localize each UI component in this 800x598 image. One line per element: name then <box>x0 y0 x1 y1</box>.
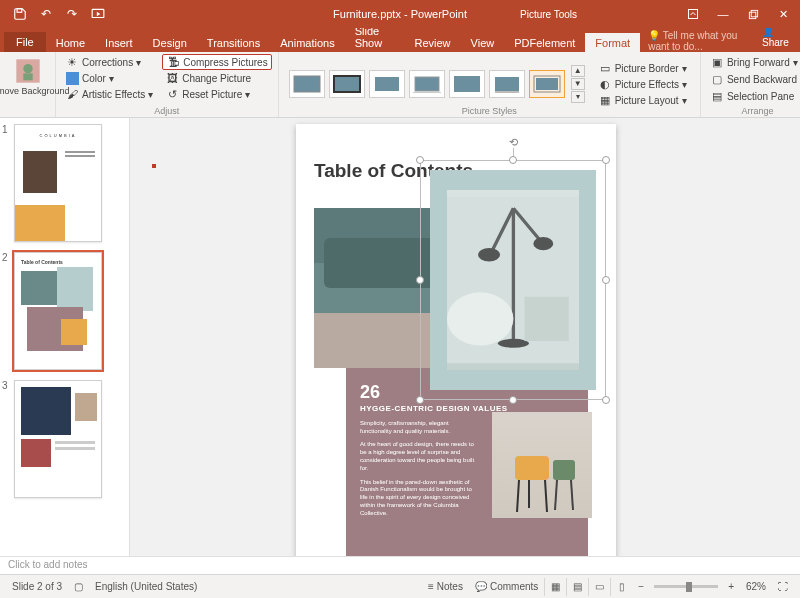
tab-design[interactable]: Design <box>143 33 197 52</box>
resize-handle[interactable] <box>416 396 424 404</box>
border-icon: ▭ <box>598 61 612 75</box>
tab-transitions[interactable]: Transitions <box>197 33 270 52</box>
comments-button[interactable]: 💬 Comments <box>469 581 544 592</box>
style-thumb[interactable] <box>489 70 525 98</box>
tell-me-text: Tell me what you want to do... <box>648 30 737 52</box>
change-picture-button[interactable]: 🖼Change Picture <box>162 70 271 86</box>
style-thumb[interactable] <box>449 70 485 98</box>
gallery-scroll-down-icon[interactable]: ▼ <box>571 78 585 90</box>
slide-thumbnail-1[interactable]: 1 COLUMBIA <box>4 124 119 242</box>
compress-pictures-button[interactable]: 🗜Compress Pictures <box>162 54 271 70</box>
svg-rect-8 <box>66 72 79 85</box>
svg-rect-19 <box>536 78 558 90</box>
bring-forward-label: Bring Forward <box>727 57 790 68</box>
tab-format[interactable]: Format <box>585 33 640 52</box>
notes-button[interactable]: ≡ Notes <box>422 581 469 592</box>
body-text: This belief in the pared-down aesthetic … <box>360 479 476 518</box>
resize-handle[interactable] <box>602 156 610 164</box>
ribbon-options-icon[interactable] <box>680 3 706 25</box>
resize-handle[interactable] <box>602 396 610 404</box>
selected-picture[interactable]: ⟲ <box>420 160 606 400</box>
gallery-scroll-up-icon[interactable]: ▲ <box>571 65 585 77</box>
corrections-button[interactable]: ☀Corrections ▾ <box>62 54 156 70</box>
tab-view[interactable]: View <box>461 33 505 52</box>
layout-icon: ▦ <box>598 93 612 107</box>
layout-label: Picture Layout <box>615 95 679 106</box>
style-thumb[interactable] <box>409 70 445 98</box>
svg-rect-10 <box>334 76 360 92</box>
close-icon[interactable]: ✕ <box>770 3 796 25</box>
adjust-group: ☀Corrections ▾ Color ▾ 🖌Artistic Effects… <box>56 52 279 117</box>
remove-background-button[interactable]: Remove Background <box>6 54 49 98</box>
reset-picture-button[interactable]: ↺Reset Picture ▾ <box>162 86 271 102</box>
reading-view-icon[interactable]: ▭ <box>588 578 610 596</box>
selection-pane-button[interactable]: ▤Selection Pane <box>707 88 800 104</box>
style-thumb[interactable] <box>289 70 325 98</box>
svg-point-33 <box>478 248 500 261</box>
remove-background-group: Remove Background <box>0 52 56 117</box>
style-thumb[interactable] <box>369 70 405 98</box>
start-from-beginning-icon[interactable] <box>86 3 110 25</box>
tab-home[interactable]: Home <box>46 33 95 52</box>
slide-thumbnail-3[interactable]: 3 <box>4 380 119 498</box>
tab-review[interactable]: Review <box>404 33 460 52</box>
resize-handle[interactable] <box>416 156 424 164</box>
tell-me[interactable]: 💡 Tell me what you want to do... <box>640 30 754 52</box>
fit-to-window-icon[interactable]: ⛶ <box>772 581 794 592</box>
svg-rect-0 <box>17 9 22 13</box>
selection-pane-icon: ▤ <box>710 89 724 103</box>
effects-icon: ◐ <box>598 77 612 91</box>
spell-check-icon[interactable]: ▢ <box>68 581 89 592</box>
minimize-icon[interactable]: — <box>710 3 736 25</box>
undo-icon[interactable]: ↶ <box>34 3 58 25</box>
resize-handle[interactable] <box>602 276 610 284</box>
chair-image[interactable] <box>492 412 592 518</box>
svg-rect-3 <box>751 10 757 16</box>
svg-rect-25 <box>515 456 549 480</box>
tab-insert[interactable]: Insert <box>95 33 143 52</box>
slide-indicator[interactable]: Slide 2 of 3 <box>6 581 68 592</box>
body-text: Simplicity, craftsmanship, elegant funct… <box>360 420 476 436</box>
lamp-room-image[interactable] <box>430 170 596 390</box>
picture-styles-group: ▲ ▼ ▾ ▭Picture Border ▾ ◐Picture Effects… <box>279 52 701 117</box>
picture-styles-gallery[interactable]: ▲ ▼ ▾ ▭Picture Border ▾ ◐Picture Effects… <box>285 54 694 114</box>
artistic-label: Artistic Effects <box>82 89 145 100</box>
zoom-out-button[interactable]: − <box>632 581 650 592</box>
resize-handle[interactable] <box>509 156 517 164</box>
color-button[interactable]: Color ▾ <box>62 70 156 86</box>
resize-handle[interactable] <box>509 396 517 404</box>
svg-rect-11 <box>374 76 400 92</box>
normal-view-icon[interactable]: ▦ <box>544 578 566 596</box>
style-thumb[interactable] <box>329 70 365 98</box>
bring-forward-button[interactable]: ▣Bring Forward ▾ <box>707 54 800 70</box>
sorter-view-icon[interactable]: ▤ <box>566 578 588 596</box>
picture-effects-button[interactable]: ◐Picture Effects ▾ <box>595 76 690 92</box>
redo-icon[interactable]: ↷ <box>60 3 84 25</box>
corrections-icon: ☀ <box>65 55 79 69</box>
slide-canvas[interactable]: Table of Contents 26 HYGGE-CENTRIC DESIG… <box>130 118 800 556</box>
resize-handle[interactable] <box>416 276 424 284</box>
tab-file[interactable]: File <box>4 32 46 52</box>
svg-rect-13 <box>415 77 439 91</box>
restore-icon[interactable] <box>740 3 766 25</box>
zoom-in-button[interactable]: + <box>722 581 740 592</box>
zoom-slider-thumb[interactable] <box>686 582 692 592</box>
tab-pdfelement[interactable]: PDFelement <box>504 33 585 52</box>
picture-border-button[interactable]: ▭Picture Border ▾ <box>595 60 690 76</box>
window-title: Furniture.pptx - PowerPoint <box>333 8 467 20</box>
save-icon[interactable] <box>8 3 32 25</box>
slide-thumbnails-panel: 1 COLUMBIA 2 Table of Contents 3 <box>0 118 130 556</box>
slideshow-view-icon[interactable]: ▯ <box>610 578 632 596</box>
body-text: At the heart of good design, there needs… <box>360 441 476 472</box>
notes-pane[interactable]: Click to add notes <box>0 556 800 574</box>
language-indicator[interactable]: English (United States) <box>89 581 203 592</box>
slide-thumbnail-2[interactable]: 2 Table of Contents <box>4 252 119 370</box>
artistic-effects-button[interactable]: 🖌Artistic Effects ▾ <box>62 86 156 102</box>
svg-line-30 <box>555 480 557 510</box>
zoom-slider[interactable] <box>654 585 718 588</box>
zoom-level[interactable]: 62% <box>740 581 772 592</box>
tab-animations[interactable]: Animations <box>270 33 344 52</box>
send-backward-button[interactable]: ▢Send Backward ▾ <box>707 71 800 87</box>
style-thumb-selected[interactable] <box>529 70 565 98</box>
gallery-more-icon[interactable]: ▾ <box>571 91 585 103</box>
